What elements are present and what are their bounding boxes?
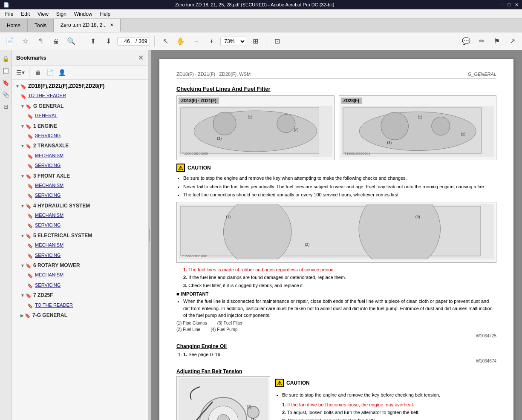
bm-label-zd25f: 7 ZD25F (33, 292, 53, 299)
bm-item-fa-svc[interactable]: 🔖 SERVICING (12, 191, 148, 201)
bm-item-7ggeneral[interactable]: ▶ 🔖 7-G GENERAL (12, 311, 148, 320)
bookmark-btn[interactable]: ☆ (19, 35, 32, 48)
page-input[interactable]: 46 (120, 38, 134, 44)
tab-tools[interactable]: Tools (28, 19, 54, 32)
svg-text:(3): (3) (387, 141, 392, 145)
bm-item-hyd-svc[interactable]: 🔖 SERVICING (12, 221, 148, 230)
bm-item-hydraulic[interactable]: ▼ 🔖 4 HYDRAULIC SYSTEM (12, 201, 148, 211)
rotate-btn[interactable]: ⊡ (271, 35, 283, 48)
layers-icon[interactable]: ⊟ (1, 101, 11, 112)
svg-text:(2): (2) (247, 405, 251, 409)
tab-document[interactable]: Zero turn ZD 18, 2... ✕ (54, 19, 121, 32)
fit-btn[interactable]: ⊞ (249, 35, 262, 48)
bm-item-root[interactable]: ▼ 🔖 ZD18(F),ZD21(F),ZD25F,ZD28(F) (12, 81, 148, 91)
bm-bookmark-icon-rotsvc: 🔖 (27, 283, 33, 289)
bm-bookmark-icon-frontaxle: 🔖 (26, 173, 32, 180)
doc-header: ZD18(F) · ZD21(F) · ZD28(F), WSM G_GENER… (176, 72, 496, 79)
title-bar: 📄 Zero turn ZD 18, 21, 25, 28.pdf (SECUR… (0, 0, 522, 9)
tab-close-btn[interactable]: ✕ (110, 23, 113, 27)
bm-item-trans-mech[interactable]: 🔖 MECHANISM (12, 151, 148, 161)
menu-view[interactable]: View (34, 10, 52, 18)
menu-bar: File Edit View Sign Window Help (0, 9, 522, 19)
zoom-select[interactable]: 73% 50% 75% 100% 125% (220, 37, 246, 46)
bm-bookmark-icon-famech: 🔖 (27, 183, 33, 190)
bm-item-reader[interactable]: 🔖 TO THE READER (12, 91, 148, 101)
belt-caution-1: Be sure to stop the engine and remove th… (282, 391, 496, 399)
bm-item-rotary[interactable]: ▼ 🔖 6 ROTARY MOWER (12, 261, 148, 270)
diagram-label-2: ZD28(F) (341, 98, 362, 104)
tab-home[interactable]: Home (0, 19, 28, 32)
print-btn[interactable]: 🖨 (49, 35, 62, 48)
bm-expand-btn[interactable]: ☰▾ (15, 67, 26, 78)
hand-btn[interactable]: ✋ (174, 35, 187, 48)
bm-item-electrical[interactable]: ▼ 🔖 5 ELECTRICAL SYSTEM (12, 231, 148, 241)
bm-item-zd25f-reader[interactable]: 🔖 TO THE READER (12, 301, 148, 311)
bm-delete-btn[interactable]: 🗑 (33, 67, 43, 78)
menu-window[interactable]: Window (71, 10, 96, 18)
comment-btn[interactable]: 💬 (460, 35, 473, 48)
page-nav: 46 / 369 (117, 37, 150, 46)
bm-item-general[interactable]: 🔖 GENERAL (12, 111, 148, 121)
ref-4: (4) Fuel Pump (211, 327, 237, 332)
stamp-btn[interactable]: ⚑ (490, 35, 503, 48)
bm-bookmark-icon-tmech: 🔖 (27, 153, 33, 160)
bookmark-icon[interactable]: 🔖 (1, 78, 11, 88)
bm-item-engine[interactable]: ▼ 🔖 1 ENGINE (12, 121, 148, 131)
bm-arrow-rotary: ▼ (20, 263, 25, 269)
bm-item-zd25f[interactable]: ▼ 🔖 7 ZD25F (12, 291, 148, 300)
pen-btn[interactable]: ✏ (475, 35, 488, 48)
page-icon[interactable]: 📋 (1, 66, 11, 76)
bm-item-rot-mech[interactable]: 🔖 MECHANISM (12, 270, 148, 280)
menu-edit[interactable]: Edit (17, 10, 33, 18)
menu-sign[interactable]: Sign (53, 10, 70, 18)
svg-text:(1): (1) (418, 115, 422, 119)
bm-label-rotary: 6 ROTARY MOWER (33, 262, 80, 269)
attachment-icon[interactable]: 📎 (1, 89, 11, 100)
page-separator: / (136, 38, 137, 44)
prev-page-btn[interactable]: ⬆ (87, 35, 99, 48)
search-btn[interactable]: 🔍 (65, 35, 78, 48)
back-btn[interactable]: ↰ (34, 35, 47, 48)
bm-item-trans-svc[interactable]: 🔖 SERVICING (12, 161, 148, 171)
new-btn[interactable]: 📄 (3, 35, 16, 48)
bm-item-hyd-mech[interactable]: 🔖 MECHANISM (12, 211, 148, 221)
caution-box-fuel: ⚠ CAUTION (176, 164, 496, 172)
close-btn[interactable]: ✕ (515, 2, 519, 8)
minimize-btn[interactable]: ─ (500, 2, 504, 7)
section-fuel-lines: Checking Fuel Lines And Fuel Filter ZD18… (176, 86, 496, 338)
fuel-step-1: 1. The fuel lines is made of rubber and … (183, 266, 496, 273)
maximize-btn[interactable]: □ (508, 2, 510, 7)
sep1 (82, 36, 82, 46)
bm-bookmark-icon-hydsvc: 🔖 (27, 223, 33, 229)
bm-bookmark-icon-7g: 🔖 (25, 313, 31, 319)
bm-item-elec-svc[interactable]: 🔖 SERVICING (12, 251, 148, 261)
next-page-btn[interactable]: ⬇ (102, 35, 115, 48)
bm-arrow-hydraulic: ▼ (20, 203, 25, 209)
bm-new-btn[interactable]: 📄 (45, 67, 55, 78)
bm-user-btn[interactable]: 👤 (57, 67, 67, 78)
important-header-fuel: IMPORTANT (176, 291, 496, 296)
bookmarks-close-btn[interactable]: ✕ (138, 54, 144, 62)
bm-item-ggeneral[interactable]: ▼ 🔖 G GENERAL (12, 101, 148, 111)
bm-label-engine-svc: SERVICING (35, 132, 61, 139)
share-btn[interactable]: ↗ (506, 35, 519, 48)
bm-item-frontaxle[interactable]: ▼ 🔖 3 FRONT AXLE (12, 171, 148, 181)
bm-item-engine-svc[interactable]: 🔖 SERVICING (12, 131, 148, 141)
bm-bookmark-icon-tsvc: 🔖 (27, 163, 33, 170)
zoom-in-btn[interactable]: + (205, 35, 218, 48)
bm-arrow-7ggeneral: ▶ (20, 313, 24, 319)
bm-item-elec-mech[interactable]: 🔖 MECHANISM (12, 241, 148, 250)
section-engine-oil: Changing Engine Oil 1. See page G-16. W1… (176, 343, 496, 364)
caution-label-fuel: CAUTION (187, 165, 211, 171)
toolbar: 📄 ☆ ↰ 🖨 🔍 ⬆ ⬇ 46 / 369 ↖ ✋ − + 73% 50% 7… (0, 32, 522, 50)
bm-arrow-frontaxle: ▼ (20, 173, 25, 179)
menu-help[interactable]: Help (97, 10, 114, 18)
bm-sep (29, 67, 29, 78)
bm-item-fa-mech[interactable]: 🔖 MECHANISM (12, 181, 148, 191)
svg-text:(3): (3) (251, 417, 256, 420)
select-btn[interactable]: ↖ (159, 35, 172, 48)
zoom-out-btn[interactable]: − (190, 35, 202, 48)
menu-file[interactable]: File (2, 10, 17, 18)
bm-item-rot-svc[interactable]: 🔖 SERVICING (12, 281, 148, 291)
bm-item-transaxle[interactable]: ▼ 🔖 2 TRANSAXLE (12, 141, 148, 151)
